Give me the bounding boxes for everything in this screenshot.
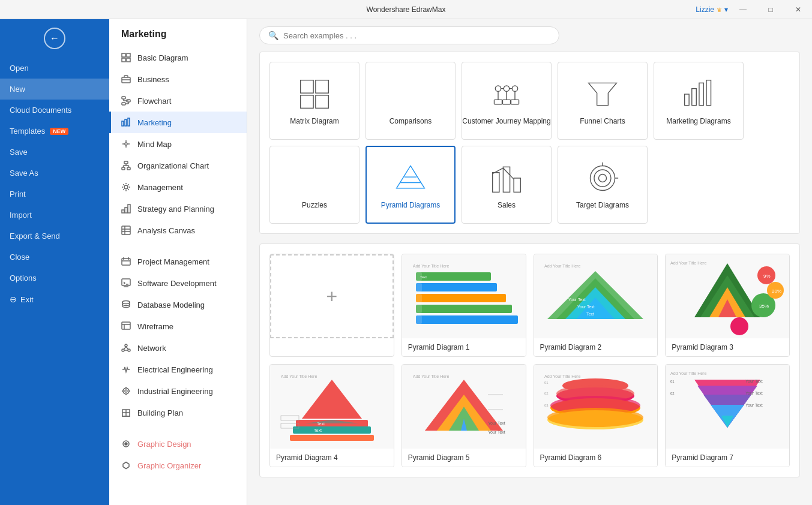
sidebar-item-saveas[interactable]: Save As (0, 163, 109, 184)
sidebar-item-open[interactable]: Open (0, 58, 109, 79)
sidebar-saveas-label: Save As (10, 169, 38, 178)
category-tile-pyramid[interactable]: Pyramid Diagrams (365, 146, 456, 224)
svg-text:02: 02 (544, 392, 549, 395)
sidebar-item-new[interactable]: New (0, 79, 109, 100)
diagram-card-d7[interactable]: Add Your Title Here Your Text Your Text … (665, 364, 790, 467)
svg-rect-133 (281, 416, 299, 420)
nav-item-electrical[interactable]: Electrical Engineering (109, 359, 247, 380)
nav-item-project[interactable]: Project Management (109, 251, 247, 272)
svg-text:Your Text: Your Text (488, 421, 505, 425)
window-controls: — □ ✕ (729, 0, 812, 19)
search-icon: 🔍 (268, 31, 278, 40)
nav-item-analysis[interactable]: Analysis Canvas (109, 220, 247, 241)
category-icon-matrix (296, 76, 332, 112)
category-tile-marketing[interactable]: Marketing Diagrams (654, 62, 744, 140)
nav-item-organizer[interactable]: Graphic Organizer (109, 455, 247, 476)
nav-item-basic[interactable]: Basic Diagram (109, 47, 247, 68)
nav-label-software: Software Development (137, 279, 217, 288)
back-circle-icon[interactable]: ← (44, 28, 65, 49)
search-wrap[interactable]: 🔍 (259, 26, 559, 44)
nav-icon-building (121, 407, 131, 418)
sidebar-item-templates[interactable]: Templates NEW (0, 121, 109, 142)
nav-item-business[interactable]: Business (109, 68, 247, 90)
sidebar-item-save[interactable]: Save (0, 142, 109, 163)
svg-point-70 (504, 86, 509, 91)
search-input[interactable] (283, 31, 550, 40)
diagram-card-d5[interactable]: Add Your Title Here Your Text Your Text … (401, 364, 526, 467)
category-tile-comparisons[interactable]: Comparisons (365, 62, 456, 140)
diagram-card-d2[interactable]: Add Your Title Here Text Your Text Your … (534, 254, 658, 357)
nav-item-strategy[interactable]: Strategy and Planning (109, 198, 247, 220)
svg-line-50 (124, 347, 127, 349)
back-button[interactable]: ← (0, 19, 109, 58)
sidebar-cloud-label: Cloud Documents (10, 106, 71, 115)
diagram-card-d3[interactable]: Add Your Title Here 9% 35% 20% Pyramid D… (665, 254, 790, 357)
svg-point-48 (122, 349, 124, 351)
nav-label-wireframe: Wireframe (137, 322, 173, 331)
sidebar-item-print[interactable]: Print (0, 184, 109, 205)
user-dropdown-icon[interactable]: ▾ (724, 5, 728, 14)
svg-line-51 (126, 347, 128, 349)
category-icon-customer (489, 76, 525, 112)
nav-label-organizer: Graphic Organizer (137, 461, 201, 470)
nav-icon-management (121, 182, 131, 193)
category-label-comparisons: Comparisons (389, 117, 432, 125)
category-tile-puzzles[interactable]: Puzzles (269, 146, 359, 224)
nav-item-management[interactable]: Management (109, 176, 247, 198)
svg-text:Your Text: Your Text (488, 430, 505, 434)
svg-rect-106 (419, 315, 518, 324)
category-tile-target[interactable]: Target Diagrams (558, 146, 648, 224)
nav-item-database[interactable]: Database Modeling (109, 294, 247, 315)
sidebar-item-exit[interactable]: ⊖ Exit (0, 288, 109, 310)
nav-items: Basic DiagramBusinessFlowchartMarketingM… (109, 47, 247, 476)
nav-item-mindmap[interactable]: Mind Map (109, 133, 247, 155)
diagram-thumb-d5: Add Your Title Here Your Text Your Text (402, 365, 526, 449)
nav-item-wireframe[interactable]: Wireframe (109, 315, 247, 337)
nav-item-marketing[interactable]: Marketing (109, 112, 247, 133)
category-tile-customer[interactable]: Customer Journey Mapping (462, 62, 552, 140)
nav-label-analysis: Analysis Canvas (137, 226, 195, 235)
category-tile-sales[interactable]: Sales (462, 146, 552, 224)
category-tiles: Matrix DiagramComparisonsCustomer Journe… (269, 62, 790, 224)
sidebar-item-export[interactable]: Export & Send (0, 226, 109, 247)
nav-item-network[interactable]: Network (109, 337, 247, 359)
diagram-card-d6[interactable]: Add Your Title Here 01 02 03 Pyramid Dia… (534, 364, 658, 467)
close-button[interactable]: ✕ (784, 0, 812, 19)
nav-item-industrial[interactable]: Industrial Engineering (109, 380, 247, 402)
nav-label-building: Building Plan (137, 408, 183, 417)
sidebar-item-cloud[interactable]: Cloud Documents (0, 100, 109, 121)
nav-label-marketing: Marketing (137, 118, 172, 127)
svg-text:20%: 20% (772, 288, 781, 294)
nav-icon-strategy (121, 203, 131, 214)
category-icon-pyramid (392, 160, 429, 196)
svg-rect-88 (493, 173, 499, 193)
nav-label-strategy: Strategy and Planning (137, 205, 214, 214)
sidebar-open-label: Open (10, 64, 29, 73)
titlebar: Wondershare EdrawMax Lizzie ♛ ▾ — □ ✕ (0, 0, 812, 19)
nav-item-flowchart[interactable]: Flowchart (109, 90, 247, 112)
new-diagram-button[interactable]: + (270, 254, 394, 338)
nav-label-project: Project Management (137, 257, 209, 266)
sidebar-item-import[interactable]: Import (0, 205, 109, 226)
svg-text:9%: 9% (763, 273, 771, 279)
category-tile-matrix[interactable]: Matrix Diagram (269, 62, 359, 140)
maximize-button[interactable]: □ (757, 0, 784, 19)
sidebar-options-label: Options (10, 273, 37, 282)
diagram-card-new[interactable]: + (269, 254, 394, 357)
category-tile-funnel[interactable]: Funnel Charts (558, 62, 648, 140)
sidebar-item-options[interactable]: Options (0, 267, 109, 288)
diagram-card-d1[interactable]: Add Your Title Here Text Pyramid Diagram… (401, 254, 526, 357)
nav-item-building[interactable]: Building Plan (109, 402, 247, 423)
crown-icon: ♛ (717, 7, 722, 13)
svg-rect-101 (416, 283, 422, 291)
svg-rect-132 (290, 435, 374, 441)
nav-item-orgchart[interactable]: Organizational Chart (109, 155, 247, 176)
content-area: 🔍 Matrix DiagramComparisonsCustomer Jour… (247, 19, 812, 505)
nav-icon-software (121, 278, 131, 288)
svg-rect-15 (128, 118, 130, 126)
nav-item-graphic[interactable]: Graphic Design (109, 433, 247, 455)
diagram-card-d4[interactable]: Add Your Title Here Text Text Pyramid Di… (269, 364, 394, 467)
nav-item-software[interactable]: Software Development (109, 272, 247, 294)
sidebar-item-close[interactable]: Close (0, 247, 109, 267)
minimize-button[interactable]: — (729, 0, 757, 19)
